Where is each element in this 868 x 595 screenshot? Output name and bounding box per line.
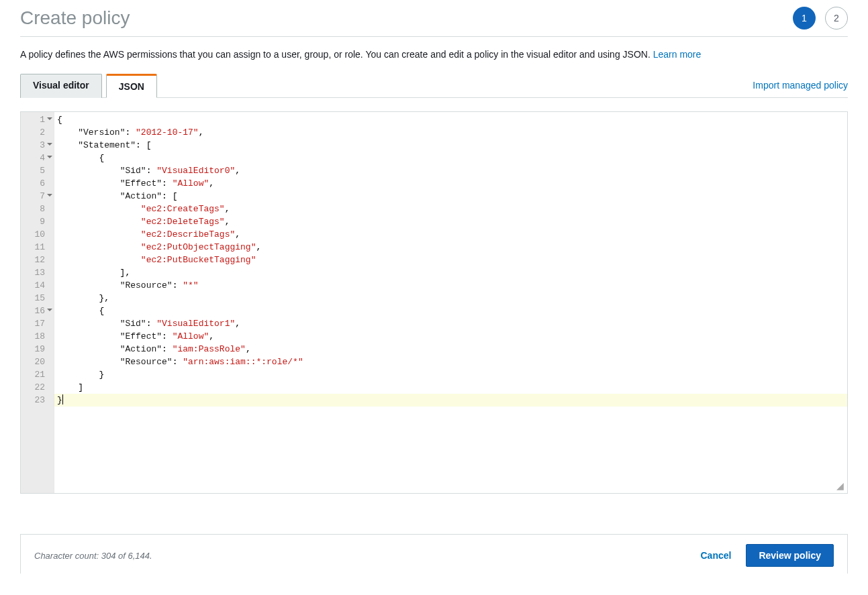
tabs-row: Visual editor JSON Import managed policy bbox=[20, 73, 848, 98]
policy-description: A policy defines the AWS permissions tha… bbox=[20, 49, 848, 60]
page-title: Create policy bbox=[20, 7, 130, 29]
code-area[interactable]: { "Version": "2012-10-17", "Statement": … bbox=[54, 112, 847, 493]
cancel-button[interactable]: Cancel bbox=[700, 550, 731, 561]
step-2[interactable]: 2 bbox=[825, 7, 848, 30]
step-1[interactable]: 1 bbox=[793, 7, 816, 30]
character-count: Character count: 304 of 6,144. bbox=[34, 551, 152, 561]
editor-tabs: Visual editor JSON bbox=[20, 73, 157, 97]
description-text: A policy defines the AWS permissions tha… bbox=[20, 49, 653, 60]
tab-json[interactable]: JSON bbox=[106, 74, 157, 98]
wizard-steps: 1 2 bbox=[793, 7, 848, 30]
footer-bar: Character count: 304 of 6,144. Cancel Re… bbox=[20, 534, 848, 574]
tab-visual-editor[interactable]: Visual editor bbox=[20, 74, 102, 98]
line-gutter: 1234567891011121314151617181920212223 bbox=[21, 112, 54, 493]
review-policy-button[interactable]: Review policy bbox=[746, 544, 834, 567]
learn-more-link[interactable]: Learn more bbox=[653, 49, 702, 60]
json-editor[interactable]: 1234567891011121314151617181920212223 { … bbox=[20, 111, 848, 494]
import-managed-policy-link[interactable]: Import managed policy bbox=[753, 80, 848, 97]
page-header: Create policy 1 2 bbox=[20, 7, 848, 37]
footer-actions: Cancel Review policy bbox=[700, 544, 834, 567]
